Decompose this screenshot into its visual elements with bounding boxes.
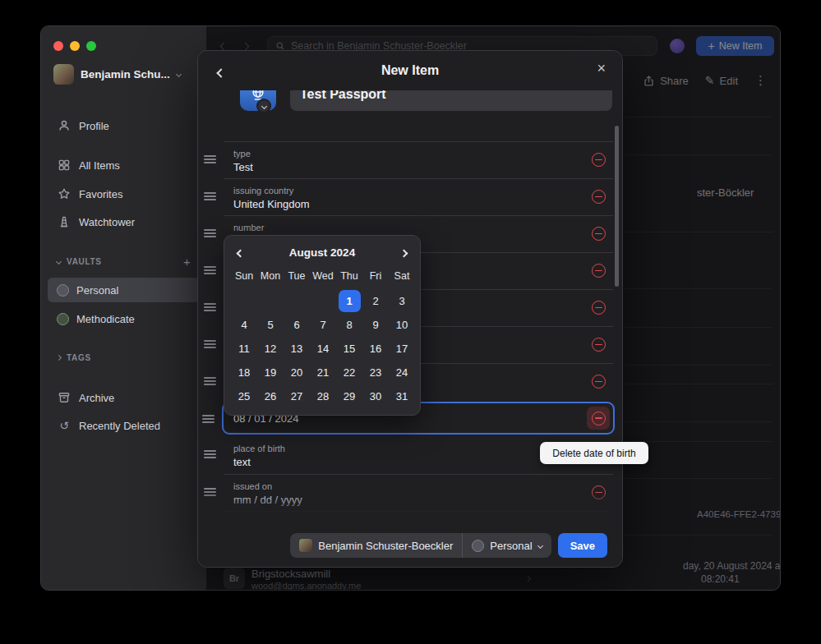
calendar-day[interactable]: 24 xyxy=(389,361,415,384)
calendar-day[interactable]: 13 xyxy=(284,337,310,361)
vault-icon xyxy=(57,284,69,297)
calendar-day[interactable]: 7 xyxy=(310,313,336,337)
calendar-day[interactable]: 21 xyxy=(310,361,336,384)
profile-icon xyxy=(57,119,71,132)
field-value[interactable]: Test xyxy=(233,161,613,173)
calendar-day[interactable]: 25 xyxy=(231,384,257,408)
sidebar-item-recently-deleted[interactable]: ↺ Recently Deleted xyxy=(48,413,200,438)
calendar-day[interactable]: 26 xyxy=(257,384,284,408)
calendar-day[interactable]: 20 xyxy=(284,361,310,384)
calendar-day[interactable]: 8 xyxy=(336,313,362,337)
sidebar-item-all-items[interactable]: All Items xyxy=(48,153,200,177)
calendar-weekday: Sat xyxy=(389,268,415,284)
save-button[interactable]: Save xyxy=(558,533,607,558)
vaults-section-label: VAULTS xyxy=(67,257,102,266)
drag-handle-icon[interactable] xyxy=(204,155,216,163)
vaults-section-header[interactable]: VAULTS + xyxy=(57,255,102,268)
calendar-day[interactable]: 4 xyxy=(231,313,257,337)
calendar-day-empty xyxy=(284,289,310,313)
field-label: issuing country xyxy=(233,186,613,196)
drag-handle-icon[interactable] xyxy=(204,229,216,237)
delete-field-button[interactable] xyxy=(592,264,606,281)
calendar-weekdays: SunMonTueWedThuFriSat xyxy=(231,268,415,284)
chevron-right-icon xyxy=(56,354,62,360)
watchtower-icon xyxy=(57,215,71,228)
archive-icon xyxy=(57,391,71,404)
delete-field-button[interactable] xyxy=(592,301,606,318)
sidebar-item-profile[interactable]: Profile xyxy=(48,113,200,138)
sidebar-item-watchtower[interactable]: Watchtower xyxy=(48,209,200,234)
save-vault-name: Personal xyxy=(490,540,532,552)
item-icon-chevron-badge[interactable] xyxy=(256,99,271,113)
calendar-day[interactable]: 31 xyxy=(389,384,415,408)
delete-field-button[interactable] xyxy=(592,153,606,170)
calendar-day[interactable]: 14 xyxy=(310,337,336,361)
sidebar-vault-methodicate[interactable]: Methodicate xyxy=(48,306,200,331)
sidebar-item-archive[interactable]: Archive xyxy=(48,385,200,410)
save-account-name: Benjamin Schuster-Boeckler xyxy=(318,540,453,552)
minimize-window-button[interactable] xyxy=(70,41,80,51)
calendar-day[interactable]: 3 xyxy=(389,289,415,313)
sidebar-item-favorites[interactable]: Favorites xyxy=(48,182,200,206)
close-icon[interactable]: × xyxy=(597,61,606,76)
account-avatar-small xyxy=(299,539,312,552)
tags-section-header[interactable]: TAGS xyxy=(57,351,91,364)
calendar-day[interactable]: 19 xyxy=(257,361,284,384)
drag-handle-icon[interactable] xyxy=(204,340,216,348)
calendar-day[interactable]: 2 xyxy=(362,289,389,313)
field-row-type[interactable]: type Test xyxy=(224,141,613,178)
date-picker-calendar: August 2024 SunMonTueWedThuFriSat 123456… xyxy=(224,235,421,416)
save-account-selector[interactable]: Benjamin Schuster-Boeckler xyxy=(290,533,462,558)
drag-handle-icon[interactable] xyxy=(204,266,216,274)
calendar-day[interactable]: 17 xyxy=(389,337,415,361)
account-switcher[interactable]: Benjamin Schu... xyxy=(48,62,200,86)
modal-scrollbar[interactable] xyxy=(615,126,619,287)
calendar-day[interactable]: 10 xyxy=(389,313,415,337)
modal-header: New Item × xyxy=(198,51,622,90)
drag-handle-icon[interactable] xyxy=(204,377,216,385)
calendar-day[interactable]: 27 xyxy=(284,384,310,408)
minus-circle-icon xyxy=(592,338,606,352)
sidebar-item-label: Archive xyxy=(79,392,114,404)
back-icon[interactable] xyxy=(218,65,224,80)
calendar-day[interactable]: 29 xyxy=(336,384,362,408)
calendar-day[interactable]: 23 xyxy=(362,361,389,384)
calendar-weekday: Thu xyxy=(336,268,362,284)
calendar-day[interactable]: 15 xyxy=(336,337,362,361)
calendar-month-label: August 2024 xyxy=(289,246,355,259)
delete-field-button[interactable] xyxy=(592,338,606,355)
drag-handle-icon[interactable] xyxy=(204,303,216,311)
calendar-day[interactable]: 11 xyxy=(231,337,257,361)
drag-handle-icon[interactable] xyxy=(204,192,216,200)
field-label: type xyxy=(233,149,613,159)
calendar-day[interactable]: 16 xyxy=(362,337,389,361)
calendar-day[interactable]: 28 xyxy=(310,384,336,408)
vault-icon xyxy=(472,540,484,552)
calendar-prev-month-button[interactable] xyxy=(238,245,243,260)
calendar-day[interactable]: 12 xyxy=(257,337,284,361)
zoom-window-button[interactable] xyxy=(86,41,96,51)
delete-field-button[interactable] xyxy=(592,190,606,207)
close-window-button[interactable] xyxy=(53,41,63,51)
drag-handle-icon[interactable] xyxy=(202,415,214,423)
calendar-day[interactable]: 1 xyxy=(336,289,362,313)
sidebar-vault-personal[interactable]: Personal xyxy=(48,278,200,302)
field-row-issuing-country[interactable]: issuing country United Kingdom xyxy=(224,178,613,215)
calendar-day[interactable]: 18 xyxy=(231,361,257,384)
add-vault-button[interactable]: + xyxy=(183,255,191,269)
calendar-day[interactable]: 22 xyxy=(336,361,362,384)
delete-field-button[interactable] xyxy=(592,227,606,244)
calendar-next-month-button[interactable] xyxy=(401,245,407,260)
calendar-day[interactable]: 30 xyxy=(362,384,389,408)
calendar-day[interactable]: 6 xyxy=(284,313,310,337)
sidebar-item-label: All Items xyxy=(79,159,120,172)
calendar-day[interactable]: 5 xyxy=(257,313,284,337)
delete-field-button[interactable] xyxy=(592,375,606,392)
field-value[interactable]: United Kingdom xyxy=(233,198,613,210)
calendar-day[interactable]: 9 xyxy=(362,313,389,337)
sidebar: Benjamin Schu... Profile All Items xyxy=(41,26,206,590)
drag-handle-icon[interactable] xyxy=(204,450,216,458)
delete-date-of-birth-button[interactable] xyxy=(587,407,610,430)
save-vault-selector[interactable]: Personal xyxy=(463,533,551,558)
window-controls xyxy=(53,41,96,51)
